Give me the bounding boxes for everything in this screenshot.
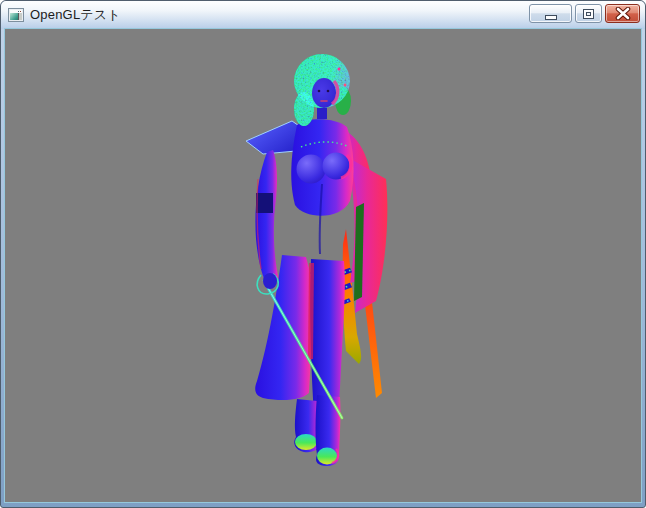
model-head <box>294 54 351 126</box>
close-button[interactable] <box>605 4 640 23</box>
model-left-arm <box>255 150 279 283</box>
app-icon-content <box>10 13 18 20</box>
minimize-button[interactable] <box>529 4 572 23</box>
app-icon-dot <box>20 11 21 12</box>
app-icon <box>8 8 24 22</box>
opengl-viewport[interactable] <box>5 29 641 502</box>
app-icon-dot <box>18 11 19 12</box>
maximize-button[interactable] <box>575 4 602 23</box>
titlebar[interactable]: OpenGLテスト <box>1 1 645 29</box>
model-figure <box>5 29 641 502</box>
minimize-bar-icon <box>545 15 557 20</box>
app-icon-side <box>18 13 22 20</box>
model-torso <box>291 119 353 254</box>
window-title: OpenGLテスト <box>30 6 121 24</box>
maximize-box-icon <box>583 9 594 19</box>
app-window: OpenGLテスト <box>0 0 646 508</box>
close-x-icon <box>615 7 631 20</box>
